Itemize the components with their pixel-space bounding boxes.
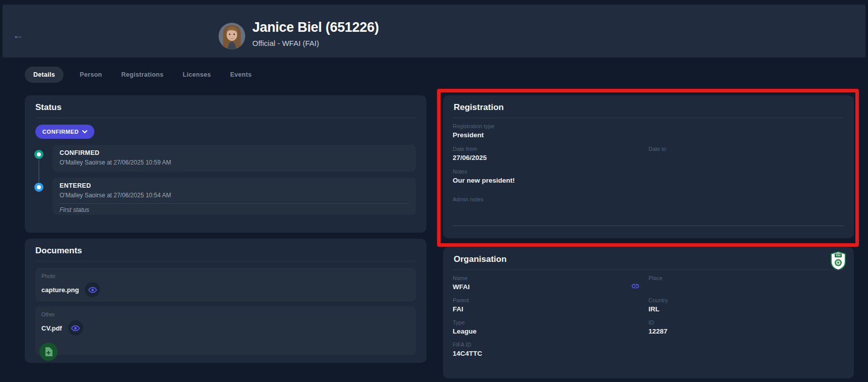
date-from-field: Date from 27/06/2025 <box>453 146 487 161</box>
org-link-button[interactable] <box>630 281 641 292</box>
status-card: Status CONFIRMED CONFIRMED O'Malley Saoi… <box>25 95 426 233</box>
timeline-entry-note: First status <box>60 206 89 213</box>
field-label: Parent <box>453 297 469 303</box>
org-place-field: Place <box>648 275 663 283</box>
eye-icon <box>71 325 80 332</box>
divider <box>35 261 416 261</box>
divider <box>60 203 409 204</box>
avatar <box>219 23 245 49</box>
link-icon <box>631 282 640 291</box>
official-details-page: ← Janice Biel (651226) Official - WFAI (… <box>0 0 868 382</box>
org-fifa-id-field: FIFA ID 14C4TTC <box>453 342 482 357</box>
date-to-field: Date to <box>648 146 666 154</box>
field-label: Name <box>453 275 470 281</box>
timeline-connector <box>38 160 39 182</box>
timeline-entry: CONFIRMED O'Malley Saoirse at 27/06/2025… <box>52 145 416 172</box>
org-type-field: Type League <box>453 319 476 335</box>
notes-field: Notes Our new president! <box>453 169 515 184</box>
document-item-other: Other CV.pdf <box>35 306 416 355</box>
tab-events[interactable]: Events <box>227 67 255 83</box>
divider <box>454 118 843 118</box>
status-dropdown-label: CONFIRMED <box>42 129 79 135</box>
eye-icon <box>88 287 97 293</box>
file-plus-icon <box>44 347 52 356</box>
field-label: Notes <box>453 169 515 175</box>
field-value: 27/06/2025 <box>453 154 487 161</box>
field-value: WFAI <box>453 283 470 291</box>
documents-card-title: Documents <box>35 246 82 256</box>
timeline-entry-status: ENTERED <box>60 182 91 189</box>
org-name-field: Name WFAI <box>453 275 470 291</box>
field-value: 14C4TTC <box>453 350 482 357</box>
divider <box>35 118 416 118</box>
field-value: President <box>453 131 495 139</box>
org-country-field: Country IRL <box>648 297 668 313</box>
back-button[interactable]: ← <box>11 28 26 43</box>
field-label: ID <box>648 319 668 325</box>
field-value: League <box>453 328 476 335</box>
tab-licenses[interactable]: Licenses <box>180 67 214 83</box>
registration-card-title: Registration <box>454 102 504 113</box>
field-label: Admin notes <box>453 196 483 202</box>
registration-card: Registration Registration type President… <box>443 95 854 238</box>
document-filename: capture.png <box>41 286 79 294</box>
timeline-entry-status: CONFIRMED <box>60 149 99 156</box>
view-document-button[interactable] <box>85 282 100 297</box>
org-parent-field: Parent FAI <box>453 297 469 313</box>
document-filename: CV.pdf <box>41 324 62 332</box>
field-label: Country <box>648 297 668 303</box>
timeline-dot-entered <box>34 183 43 192</box>
field-value: FAI <box>453 305 469 313</box>
field-label: Registration type <box>453 123 495 129</box>
field-value: 12287 <box>648 328 668 335</box>
document-type-label: Other <box>41 311 55 317</box>
registration-type-field: Registration type President <box>453 123 495 139</box>
field-label: FIFA ID <box>453 342 482 348</box>
status-dropdown-button[interactable]: CONFIRMED <box>35 125 94 139</box>
admin-notes-input-underline[interactable] <box>453 226 844 226</box>
svg-text:FAI: FAI <box>836 254 841 257</box>
add-document-button[interactable] <box>39 343 58 361</box>
field-label: Place <box>648 275 663 281</box>
avatar-photo <box>219 23 245 49</box>
timeline-dot-confirmed <box>34 150 43 159</box>
page-subtitle: Official - WFAI (FAI) <box>252 39 319 47</box>
timeline-entry: ENTERED O'Malley Saoirse at 27/06/2025 1… <box>52 178 416 215</box>
tab-registrations[interactable]: Registrations <box>118 67 167 83</box>
admin-notes-field[interactable]: Admin notes <box>453 196 483 204</box>
tab-person[interactable]: Person <box>77 67 105 83</box>
tab-details[interactable]: Details <box>25 67 64 83</box>
field-value: IRL <box>648 305 668 313</box>
field-label: Date to <box>648 146 666 152</box>
header: ← Janice Biel (651226) Official - WFAI (… <box>3 5 865 58</box>
field-label: Date from <box>453 146 487 152</box>
org-id-field: ID 12287 <box>648 319 668 335</box>
back-arrow-icon: ← <box>13 29 24 41</box>
documents-card: Documents Photo capture.png Other CV.pdf <box>25 239 426 363</box>
status-card-title: Status <box>35 102 62 113</box>
document-type-label: Photo <box>41 273 55 279</box>
organisation-card-title: Organisation <box>454 254 507 264</box>
document-item-photo: Photo capture.png <box>35 268 416 301</box>
field-value: Our new president! <box>453 177 515 184</box>
divider <box>454 269 843 270</box>
chevron-down-icon <box>82 130 87 134</box>
field-label: Type <box>453 319 476 325</box>
view-document-button[interactable] <box>68 320 83 336</box>
tab-bar: Details Person Registrations Licenses Ev… <box>25 67 255 83</box>
organisation-card: Organisation FAI Name WFAI <box>443 247 854 378</box>
page-title: Janice Biel (651226) <box>252 20 379 35</box>
timeline-entry-by: O'Malley Saoirse at 27/06/2025 10:59 AM <box>60 159 171 166</box>
timeline-entry-by: O'Malley Saoirse at 27/06/2025 10:54 AM <box>60 192 171 199</box>
